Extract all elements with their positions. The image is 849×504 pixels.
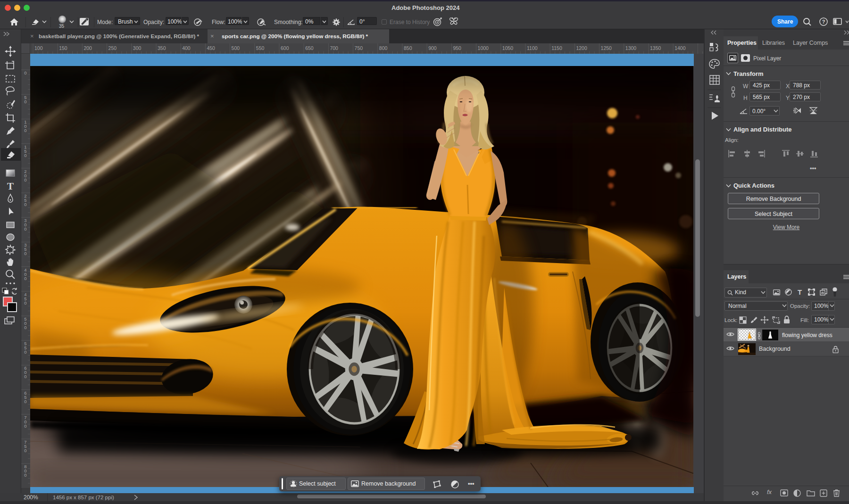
svg-text:900: 900 <box>428 45 437 51</box>
svg-text:100: 100 <box>34 45 43 51</box>
svg-text:1300: 1300 <box>625 45 637 51</box>
svg-text:0: 0 <box>24 99 26 104</box>
svg-text:1200: 1200 <box>576 45 587 51</box>
svg-text:0: 0 <box>24 399 26 404</box>
svg-text:700: 700 <box>330 45 338 51</box>
svg-text:0: 0 <box>24 251 26 256</box>
svg-text:350: 350 <box>158 45 166 51</box>
svg-text:1050: 1050 <box>502 45 514 51</box>
svg-text:0: 0 <box>24 70 26 75</box>
svg-text:850: 850 <box>404 45 412 51</box>
svg-text:600: 600 <box>281 45 289 51</box>
svg-text:1150: 1150 <box>551 45 562 51</box>
svg-text:0: 0 <box>24 153 26 158</box>
svg-text:1000: 1000 <box>478 45 489 51</box>
svg-text:0: 0 <box>24 448 26 453</box>
svg-text:0: 0 <box>24 349 26 355</box>
svg-text:750: 750 <box>355 45 363 51</box>
svg-text:450: 450 <box>207 45 215 51</box>
svg-text:500: 500 <box>232 45 240 51</box>
svg-text:0: 0 <box>24 226 26 231</box>
svg-text:0: 0 <box>24 374 26 379</box>
svg-text:950: 950 <box>453 45 461 51</box>
svg-text:250: 250 <box>108 45 117 51</box>
svg-text:T: T <box>798 289 802 296</box>
svg-text:1100: 1100 <box>527 45 538 51</box>
svg-text:400: 400 <box>182 45 191 51</box>
svg-text:0: 0 <box>24 472 26 478</box>
svg-text:550: 550 <box>256 45 265 51</box>
svg-text:?: ? <box>822 19 825 25</box>
svg-text:200: 200 <box>83 45 92 51</box>
svg-text:300: 300 <box>133 45 142 51</box>
svg-text:1400: 1400 <box>674 45 686 51</box>
svg-text:0: 0 <box>24 128 26 133</box>
svg-text:0: 0 <box>24 276 26 281</box>
svg-text:1350: 1350 <box>650 45 661 51</box>
svg-text:0: 0 <box>24 202 26 207</box>
svg-text:0: 0 <box>24 423 26 429</box>
svg-text:0: 0 <box>24 177 26 182</box>
svg-text:0: 0 <box>24 300 26 306</box>
svg-text:0: 0 <box>24 325 26 330</box>
svg-text:800: 800 <box>379 45 388 51</box>
svg-text:650: 650 <box>305 45 314 51</box>
svg-text:T: T <box>7 181 14 192</box>
svg-text:1250: 1250 <box>601 45 612 51</box>
svg-text:150: 150 <box>59 45 67 51</box>
